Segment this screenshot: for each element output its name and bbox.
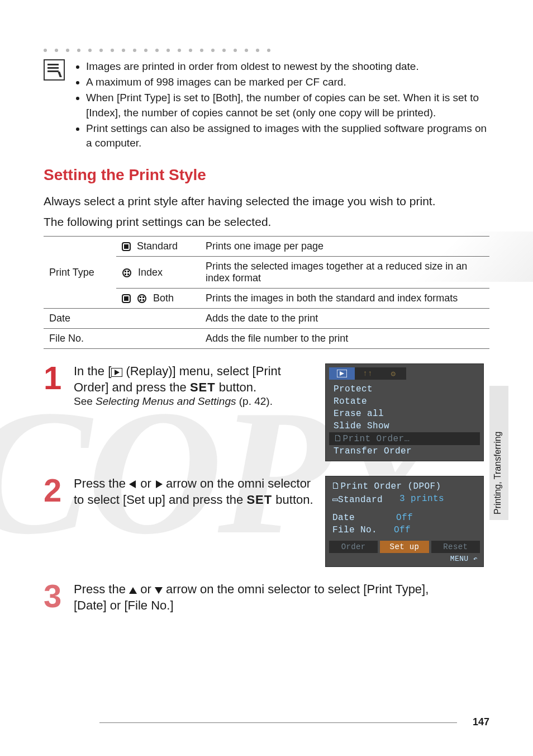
page-number: 147 [99,716,489,728]
step-2-title: Press the or arrow on the omni selector … [74,476,314,508]
section-heading: Setting the Print Style [44,166,489,184]
index-icon [137,294,147,303]
step-1-subtext: See Selecting Menus and Settings (p. 42)… [74,395,314,408]
step-3-title: Press the or arrow on the omni selector … [74,582,431,613]
lcd-menu-item: Erase all [329,408,480,420]
index-icon [122,268,132,277]
note-item: When [Print Type] is set to [Both], the … [86,91,489,120]
down-arrow-icon [155,587,163,594]
up-arrow-icon [129,587,137,594]
setup-tab-icon: ⚙ [380,367,406,380]
print-type-standard-label: Standard [116,237,200,257]
lcd-menu-item-selected: 🗋Print Order… [329,432,480,445]
standard-icon [122,242,131,251]
replay-icon [111,368,122,377]
svg-rect-6 [127,273,129,275]
svg-rect-13 [142,299,144,301]
lcd2-menu-label: MENU ↶ [329,553,480,563]
print-type-standard-desc: Prints one image per page [200,237,489,257]
step-3-number: 3 [44,582,74,613]
svg-rect-12 [140,299,141,301]
notes-list: Images are printed in order from oldest … [75,59,489,152]
step-1-number: 1 [44,363,74,461]
note-icon [44,59,65,81]
lcd2-setup-button: Set up [380,541,429,553]
step-1-screenshot: ↑↑ ⚙ Protect Rotate Erase all Slide Show… [325,363,484,461]
svg-rect-3 [125,271,126,272]
lcd-menu-item: Transfer Order [329,445,480,457]
lcd-menu-item: Slide Show [329,420,480,432]
date-row-desc: Adds the date to the print [200,309,489,329]
date-row-label: Date [44,309,200,329]
fileno-row-desc: Adds the file number to the print [200,329,489,349]
fileno-row-label: File No. [44,329,200,349]
svg-rect-8 [124,296,129,301]
lcd2-file-row: File No.Off [329,524,480,536]
section-side-tab: Printing, Transferring [493,386,503,514]
print-settings-table: Print Type Standard Prints one image per… [44,236,489,349]
svg-rect-5 [125,273,126,275]
step-2-screenshot: 🗋Print Order (DPOF) ▭Standard3 prints Da… [325,476,484,567]
svg-marker-15 [115,370,120,375]
step-1-title: In the [ (Replay)] menu, select [Print O… [74,363,314,395]
note-item: A maximum of 998 images can be marked pe… [86,75,489,89]
lcd2-mode-row: ▭Standard3 prints [329,493,480,506]
svg-rect-11 [142,296,144,298]
svg-rect-1 [124,244,129,249]
replay-tab-icon [329,367,355,380]
svg-point-2 [123,269,131,277]
svg-marker-17 [340,371,344,376]
svg-rect-4 [127,271,129,272]
print-type-index-label: Index [116,257,200,289]
print-type-both-desc: Prints the images in both the standard a… [200,289,489,309]
standard-icon [122,294,131,303]
svg-point-9 [138,295,146,303]
lcd2-order-button: Order [329,541,378,553]
lead-text-2: The following print settings can be sele… [44,214,489,230]
lcd-menu-item: Protect [329,383,480,395]
print-type-group-label: Print Type [44,237,116,309]
lcd2-reset-button: Reset [431,541,480,553]
lead-text-1: Always select a print style after having… [44,193,489,210]
note-item: Images are printed in order from oldest … [86,59,489,74]
left-arrow-icon [129,480,136,488]
svg-rect-10 [140,296,141,298]
print-type-both-label: Both [116,289,200,309]
lcd-menu-item: Rotate [329,395,480,408]
step-2-number: 2 [44,476,74,567]
record-tab-icon: ↑↑ [355,367,380,380]
dotted-divider [44,45,489,55]
lcd2-title: 🗋Print Order (DPOF) [329,480,480,493]
lcd2-date-row: DateOff [329,512,480,524]
print-type-index-desc: Prints the selected images together at a… [200,257,489,289]
note-item: Print settings can also be assigned to i… [86,121,489,150]
right-arrow-icon [156,480,163,488]
